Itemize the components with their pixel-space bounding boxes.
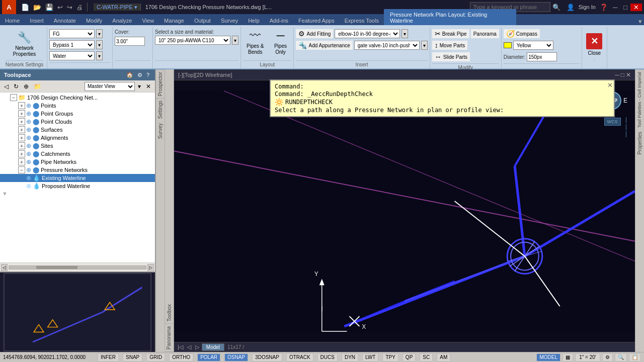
tab-annotate[interactable]: Annotate (49, 15, 81, 25)
tab-help[interactable]: Help (243, 15, 265, 25)
status-am[interactable]: AM (437, 353, 450, 361)
water-dropdown-btn[interactable]: ▾ (96, 51, 103, 60)
status-zoom[interactable]: 1" = 20' (575, 353, 600, 361)
tree-toggle-root[interactable]: − (10, 94, 17, 101)
add-fitting-button[interactable]: ⚙ Add Fitting (296, 29, 333, 38)
tree-item-proposedwaterline[interactable]: ⊕ 💧 Proposed Waterline (0, 182, 155, 190)
save-button[interactable]: 💾 (43, 4, 55, 11)
tree-toggle-pressurenetworks[interactable]: − (18, 166, 25, 173)
help-icon[interactable]: ❓ (598, 4, 610, 11)
panorama-button[interactable]: Panorama (471, 29, 499, 38)
open-button[interactable]: 📂 (31, 4, 43, 11)
new-button[interactable]: 📄 (19, 4, 31, 11)
scroll-right-btn[interactable]: ▷ (147, 264, 154, 271)
close-app-button[interactable]: ✕ (630, 4, 642, 11)
pipes-only-button[interactable]: ─ PipesOnly (269, 28, 291, 56)
status-snap[interactable]: SNAP (123, 353, 142, 361)
size-material-select[interactable]: 10" 250 psi-AWWA C110 (155, 36, 230, 45)
main-canvas[interactable]: Y X (174, 80, 635, 342)
hscroll-track[interactable] (9, 265, 146, 269)
tree-toggle-alignments[interactable]: + (18, 134, 25, 141)
fitting-select[interactable]: elbow-10 in-90 degree-pus (335, 29, 400, 38)
tree-toggle-catchments[interactable]: + (18, 150, 25, 157)
status-tpy[interactable]: TPY (382, 353, 398, 361)
tab-view[interactable]: View (137, 15, 159, 25)
scroll-left-btn[interactable]: ◁ (1, 264, 8, 271)
tree-item-root[interactable]: − 📁 1706 Design Checking Net... (0, 94, 155, 102)
status-model[interactable]: MODEL (536, 353, 560, 361)
vp-close-btn[interactable]: ✕ (626, 71, 631, 78)
tab-featured[interactable]: Featured Apps (293, 15, 340, 25)
tree-item-surfaces[interactable]: + ⊕ ⬤ Surfaces (0, 126, 155, 134)
status-icons3[interactable]: 📋 (629, 353, 641, 361)
tree-item-existingwaterline[interactable]: ⊕ 💧 Existing Waterline (0, 174, 155, 182)
tree-item-pressurenetworks[interactable]: − ⊕ ⬤ Pressure Networks (0, 166, 155, 174)
side-tab-settings[interactable]: Settings (156, 98, 165, 121)
tab-survey[interactable]: Survey (216, 15, 243, 25)
tab-pressure-network[interactable]: Pressure Network Plan Layout: Existing W… (384, 9, 516, 25)
status-dyn[interactable]: DYN (342, 353, 358, 361)
size-material-dropdown-btn[interactable]: ▾ (232, 36, 238, 45)
side-tab-properties[interactable]: Properties (635, 130, 644, 157)
undo-button[interactable]: ↩ (55, 4, 65, 11)
tab-addins[interactable]: Add-ins (265, 15, 293, 25)
vp-restore-btn[interactable]: □ (621, 71, 624, 78)
status-polar[interactable]: POLAR (197, 353, 220, 361)
status-3dosnap[interactable]: 3DOSNAP (252, 353, 282, 361)
tab-manage[interactable]: Manage (159, 15, 189, 25)
fitting-dropdown-btn[interactable]: ▾ (401, 29, 408, 38)
side-tab-tool-palettes[interactable]: Tool Palettes - Civil Imperial (635, 69, 644, 130)
canvas-area[interactable]: Y X N S E W TOP (174, 80, 635, 342)
tree-item-catchments[interactable]: + ⊕ ⬤ Catchments (0, 150, 155, 158)
tab-modify[interactable]: Modify (81, 15, 107, 25)
status-ortho[interactable]: ORTHO (169, 353, 193, 361)
vp-tab-first[interactable]: |◁ (176, 344, 185, 350)
side-tab-panorama[interactable]: Panorama (165, 324, 174, 352)
pipes-bends-button[interactable]: 〰 Pipes &Bends (243, 28, 267, 56)
ts-refresh-btn[interactable]: ↻ (12, 82, 21, 91)
tree-toggle-surfaces[interactable]: + (18, 126, 25, 133)
vp-minimize-btn[interactable]: ─ (615, 71, 619, 78)
tree-toggle-points[interactable]: + (18, 102, 25, 109)
status-sc[interactable]: SC (420, 353, 433, 361)
tree-item-alignments[interactable]: + ⊕ ⬤ Alignments (0, 134, 155, 142)
status-icons1[interactable]: ⚙ (602, 353, 613, 361)
redo-button[interactable]: ↪ (65, 4, 74, 11)
tree-hscrollbar[interactable]: ◁ ▷ (0, 262, 155, 272)
minimize-button[interactable]: ─ (610, 4, 620, 11)
vp-tab-next[interactable]: ▷ (194, 344, 201, 350)
tab-express[interactable]: Express Tools (340, 15, 384, 25)
break-pipe-button[interactable]: ✂ Break Pipe (432, 29, 469, 38)
side-tab-toolbox[interactable]: Toolbox (165, 302, 174, 324)
slide-parts-button[interactable]: ↔ Slide Parts (432, 52, 470, 61)
status-qp[interactable]: QP (403, 353, 416, 361)
ts-folder-btn[interactable]: 📁 (32, 82, 43, 91)
tree-toggle-pointclouds[interactable]: + (18, 118, 25, 125)
tab-insert[interactable]: Insert (25, 15, 49, 25)
viewport[interactable]: [-][Top][2D Wireframe] ─ □ ✕ Command: Co… (174, 69, 635, 352)
cmd-close-button[interactable]: ✕ (607, 81, 613, 89)
search-icon-btn[interactable]: 🔍 (550, 4, 562, 11)
ts-home-btn[interactable]: 🏠 (125, 71, 135, 79)
network-properties-button[interactable]: 🔧 NetworkProperties (10, 30, 40, 58)
tree-item-pointgroups[interactable]: + ⊕ ⬤ Point Groups (0, 110, 155, 118)
layer-dropdown-btn[interactable]: ▾ (96, 29, 103, 38)
side-tab-prospector[interactable]: Prospector (156, 69, 165, 98)
user-icon[interactable]: 👤 (565, 4, 577, 11)
ts-view-dropdown-btn[interactable]: ▾ (136, 82, 143, 91)
status-lwt[interactable]: LWT (362, 353, 378, 361)
appurtenance-select[interactable]: gate valve-10 inch-push on (354, 41, 420, 50)
vp-tab-model[interactable]: Model (202, 343, 224, 351)
water-select[interactable]: Water (49, 51, 95, 60)
status-icons2[interactable]: 🔍 (615, 353, 627, 361)
tree-toggle-sites[interactable]: + (18, 142, 25, 149)
close-tab-button[interactable]: ✕ (586, 33, 602, 49)
cover-input[interactable] (115, 37, 145, 46)
ribbon-minimize-icon[interactable]: ▾ (636, 18, 644, 25)
layer-select[interactable]: FG (49, 29, 95, 38)
status-ducs[interactable]: DUCS (317, 353, 338, 361)
tree-toggle-pointgroups[interactable]: + (18, 110, 25, 117)
ts-back-btn[interactable]: ◁ (2, 82, 11, 91)
tree-toggle-pipenetworks[interactable]: + (18, 158, 25, 165)
move-parts-button[interactable]: ↕ Move Parts (432, 41, 468, 50)
